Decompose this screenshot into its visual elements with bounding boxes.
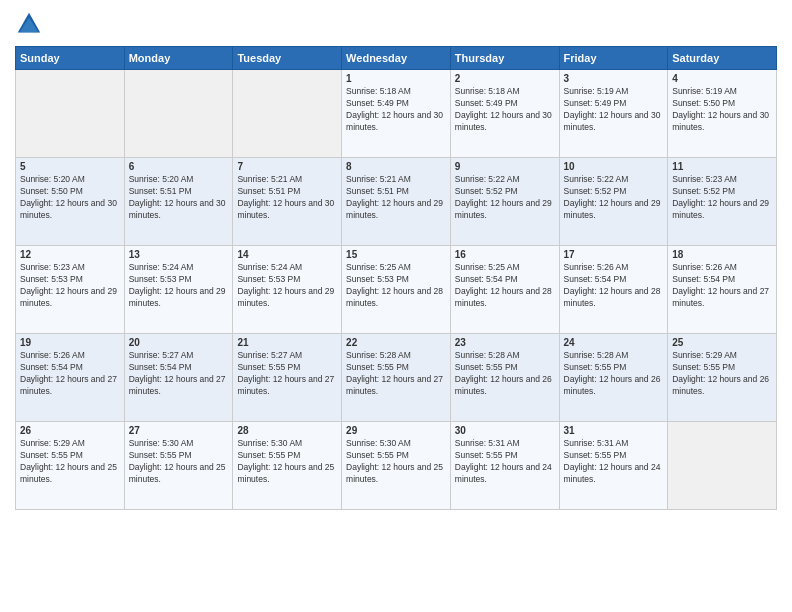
day-info: Sunrise: 5:28 AM Sunset: 5:55 PM Dayligh… [346, 350, 446, 398]
day-number: 29 [346, 425, 446, 436]
header-row: SundayMondayTuesdayWednesdayThursdayFrid… [16, 47, 777, 70]
day-info: Sunrise: 5:19 AM Sunset: 5:49 PM Dayligh… [564, 86, 664, 134]
calendar-cell: 15Sunrise: 5:25 AM Sunset: 5:53 PM Dayli… [342, 246, 451, 334]
day-number: 23 [455, 337, 555, 348]
day-info: Sunrise: 5:26 AM Sunset: 5:54 PM Dayligh… [564, 262, 664, 310]
day-info: Sunrise: 5:31 AM Sunset: 5:55 PM Dayligh… [564, 438, 664, 486]
day-info: Sunrise: 5:22 AM Sunset: 5:52 PM Dayligh… [455, 174, 555, 222]
calendar-cell [124, 70, 233, 158]
calendar-cell: 16Sunrise: 5:25 AM Sunset: 5:54 PM Dayli… [450, 246, 559, 334]
day-number: 25 [672, 337, 772, 348]
day-number: 28 [237, 425, 337, 436]
calendar-cell: 9Sunrise: 5:22 AM Sunset: 5:52 PM Daylig… [450, 158, 559, 246]
day-info: Sunrise: 5:28 AM Sunset: 5:55 PM Dayligh… [564, 350, 664, 398]
day-info: Sunrise: 5:30 AM Sunset: 5:55 PM Dayligh… [129, 438, 229, 486]
day-info: Sunrise: 5:20 AM Sunset: 5:50 PM Dayligh… [20, 174, 120, 222]
day-info: Sunrise: 5:18 AM Sunset: 5:49 PM Dayligh… [455, 86, 555, 134]
header-cell-sunday: Sunday [16, 47, 125, 70]
calendar-cell: 6Sunrise: 5:20 AM Sunset: 5:51 PM Daylig… [124, 158, 233, 246]
day-number: 2 [455, 73, 555, 84]
calendar-cell: 26Sunrise: 5:29 AM Sunset: 5:55 PM Dayli… [16, 422, 125, 510]
calendar-cell: 27Sunrise: 5:30 AM Sunset: 5:55 PM Dayli… [124, 422, 233, 510]
calendar-cell [668, 422, 777, 510]
calendar-week-row: 12Sunrise: 5:23 AM Sunset: 5:53 PM Dayli… [16, 246, 777, 334]
day-number: 30 [455, 425, 555, 436]
day-number: 11 [672, 161, 772, 172]
calendar-cell: 7Sunrise: 5:21 AM Sunset: 5:51 PM Daylig… [233, 158, 342, 246]
calendar-cell: 11Sunrise: 5:23 AM Sunset: 5:52 PM Dayli… [668, 158, 777, 246]
calendar-table: SundayMondayTuesdayWednesdayThursdayFrid… [15, 46, 777, 510]
calendar-week-row: 19Sunrise: 5:26 AM Sunset: 5:54 PM Dayli… [16, 334, 777, 422]
day-number: 19 [20, 337, 120, 348]
day-info: Sunrise: 5:24 AM Sunset: 5:53 PM Dayligh… [129, 262, 229, 310]
calendar-cell: 21Sunrise: 5:27 AM Sunset: 5:55 PM Dayli… [233, 334, 342, 422]
day-number: 13 [129, 249, 229, 260]
day-info: Sunrise: 5:27 AM Sunset: 5:54 PM Dayligh… [129, 350, 229, 398]
day-info: Sunrise: 5:21 AM Sunset: 5:51 PM Dayligh… [346, 174, 446, 222]
calendar-cell: 23Sunrise: 5:28 AM Sunset: 5:55 PM Dayli… [450, 334, 559, 422]
calendar-cell: 22Sunrise: 5:28 AM Sunset: 5:55 PM Dayli… [342, 334, 451, 422]
day-number: 7 [237, 161, 337, 172]
calendar-week-row: 5Sunrise: 5:20 AM Sunset: 5:50 PM Daylig… [16, 158, 777, 246]
day-number: 15 [346, 249, 446, 260]
day-info: Sunrise: 5:29 AM Sunset: 5:55 PM Dayligh… [20, 438, 120, 486]
calendar-cell: 31Sunrise: 5:31 AM Sunset: 5:55 PM Dayli… [559, 422, 668, 510]
header-cell-tuesday: Tuesday [233, 47, 342, 70]
calendar-week-row: 26Sunrise: 5:29 AM Sunset: 5:55 PM Dayli… [16, 422, 777, 510]
calendar-cell: 19Sunrise: 5:26 AM Sunset: 5:54 PM Dayli… [16, 334, 125, 422]
day-number: 14 [237, 249, 337, 260]
day-info: Sunrise: 5:19 AM Sunset: 5:50 PM Dayligh… [672, 86, 772, 134]
day-info: Sunrise: 5:24 AM Sunset: 5:53 PM Dayligh… [237, 262, 337, 310]
calendar-cell: 5Sunrise: 5:20 AM Sunset: 5:50 PM Daylig… [16, 158, 125, 246]
day-number: 6 [129, 161, 229, 172]
day-info: Sunrise: 5:30 AM Sunset: 5:55 PM Dayligh… [237, 438, 337, 486]
calendar-cell: 4Sunrise: 5:19 AM Sunset: 5:50 PM Daylig… [668, 70, 777, 158]
day-number: 20 [129, 337, 229, 348]
day-info: Sunrise: 5:30 AM Sunset: 5:55 PM Dayligh… [346, 438, 446, 486]
day-number: 22 [346, 337, 446, 348]
calendar-cell: 1Sunrise: 5:18 AM Sunset: 5:49 PM Daylig… [342, 70, 451, 158]
calendar-cell: 17Sunrise: 5:26 AM Sunset: 5:54 PM Dayli… [559, 246, 668, 334]
day-number: 31 [564, 425, 664, 436]
day-info: Sunrise: 5:28 AM Sunset: 5:55 PM Dayligh… [455, 350, 555, 398]
calendar-cell: 14Sunrise: 5:24 AM Sunset: 5:53 PM Dayli… [233, 246, 342, 334]
calendar-cell: 30Sunrise: 5:31 AM Sunset: 5:55 PM Dayli… [450, 422, 559, 510]
calendar-cell: 2Sunrise: 5:18 AM Sunset: 5:49 PM Daylig… [450, 70, 559, 158]
calendar-cell [233, 70, 342, 158]
day-info: Sunrise: 5:25 AM Sunset: 5:53 PM Dayligh… [346, 262, 446, 310]
calendar-cell: 3Sunrise: 5:19 AM Sunset: 5:49 PM Daylig… [559, 70, 668, 158]
calendar-cell [16, 70, 125, 158]
day-info: Sunrise: 5:25 AM Sunset: 5:54 PM Dayligh… [455, 262, 555, 310]
day-number: 21 [237, 337, 337, 348]
header-cell-monday: Monday [124, 47, 233, 70]
calendar-cell: 24Sunrise: 5:28 AM Sunset: 5:55 PM Dayli… [559, 334, 668, 422]
calendar-container: SundayMondayTuesdayWednesdayThursdayFrid… [0, 0, 792, 520]
header-cell-friday: Friday [559, 47, 668, 70]
day-number: 12 [20, 249, 120, 260]
day-number: 10 [564, 161, 664, 172]
header-cell-thursday: Thursday [450, 47, 559, 70]
day-number: 24 [564, 337, 664, 348]
header-cell-saturday: Saturday [668, 47, 777, 70]
calendar-cell: 20Sunrise: 5:27 AM Sunset: 5:54 PM Dayli… [124, 334, 233, 422]
calendar-cell: 12Sunrise: 5:23 AM Sunset: 5:53 PM Dayli… [16, 246, 125, 334]
calendar-cell: 18Sunrise: 5:26 AM Sunset: 5:54 PM Dayli… [668, 246, 777, 334]
day-number: 4 [672, 73, 772, 84]
logo [15, 10, 47, 38]
day-number: 8 [346, 161, 446, 172]
calendar-cell: 8Sunrise: 5:21 AM Sunset: 5:51 PM Daylig… [342, 158, 451, 246]
day-info: Sunrise: 5:26 AM Sunset: 5:54 PM Dayligh… [20, 350, 120, 398]
day-number: 5 [20, 161, 120, 172]
calendar-cell: 25Sunrise: 5:29 AM Sunset: 5:55 PM Dayli… [668, 334, 777, 422]
calendar-cell: 29Sunrise: 5:30 AM Sunset: 5:55 PM Dayli… [342, 422, 451, 510]
header-cell-wednesday: Wednesday [342, 47, 451, 70]
day-number: 18 [672, 249, 772, 260]
day-info: Sunrise: 5:18 AM Sunset: 5:49 PM Dayligh… [346, 86, 446, 134]
logo-icon [15, 10, 43, 38]
day-info: Sunrise: 5:20 AM Sunset: 5:51 PM Dayligh… [129, 174, 229, 222]
calendar-cell: 28Sunrise: 5:30 AM Sunset: 5:55 PM Dayli… [233, 422, 342, 510]
day-info: Sunrise: 5:21 AM Sunset: 5:51 PM Dayligh… [237, 174, 337, 222]
day-number: 16 [455, 249, 555, 260]
day-info: Sunrise: 5:23 AM Sunset: 5:52 PM Dayligh… [672, 174, 772, 222]
day-info: Sunrise: 5:29 AM Sunset: 5:55 PM Dayligh… [672, 350, 772, 398]
